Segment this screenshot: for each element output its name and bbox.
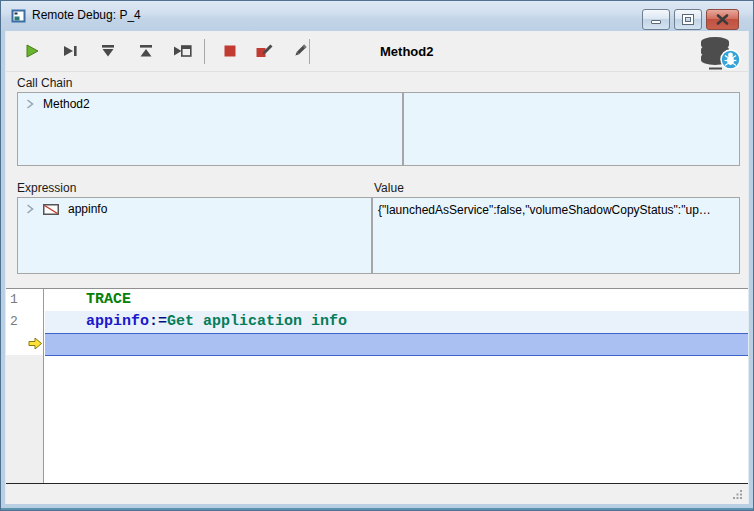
toolbar-separator (309, 39, 310, 64)
debug-toolbar: Method2 (6, 31, 748, 72)
value-list: {"launchedAsService":false,"volumeShadow… (372, 197, 740, 274)
title-bar[interactable]: Remote Debug: P_4 (1, 1, 753, 31)
call-chain-label: Call Chain (17, 76, 72, 90)
line-number: 1 (10, 292, 30, 307)
step-into-button[interactable] (98, 41, 118, 61)
close-icon (716, 14, 729, 25)
stop-icon (221, 42, 239, 60)
window-title: Remote Debug: P_4 (32, 8, 141, 22)
call-chain-method-name: Method2 (43, 97, 90, 111)
step-into-process-button[interactable] (172, 41, 192, 61)
chevron-right-icon (26, 99, 34, 109)
editor-gutter[interactable]: 1 2 (6, 289, 44, 483)
expression-value[interactable]: {"launchedAsService":false,"volumeShadow… (373, 198, 739, 217)
call-chain-list: Method2 (17, 92, 403, 166)
abort-and-edit-button[interactable] (254, 41, 274, 61)
debug-database-icon[interactable] (696, 34, 742, 72)
line-number: 2 (10, 314, 30, 329)
abort-button[interactable] (220, 41, 240, 61)
code-token: appinfo (86, 313, 149, 330)
value-column-label: Value (374, 181, 404, 195)
status-bar (6, 484, 748, 504)
toolbar-separator (204, 39, 205, 64)
step-out-button[interactable] (136, 41, 156, 61)
expression-name: appinfo (68, 202, 107, 216)
chevron-right-icon (26, 204, 34, 214)
restore-icon (683, 15, 693, 24)
code-token: TRACE (86, 291, 131, 308)
minimize-button[interactable] (642, 9, 670, 30)
abort-edit-icon (255, 42, 274, 60)
window-bottom-edge (1, 508, 753, 510)
execution-pointer-icon (28, 337, 43, 350)
play-icon (23, 42, 41, 60)
pencil-icon (291, 42, 309, 60)
minimize-icon (651, 20, 661, 24)
code-line-current[interactable] (45, 333, 748, 356)
expression-row[interactable]: appinfo (18, 198, 371, 220)
call-chain-item[interactable]: Method2 (18, 93, 402, 115)
step-out-icon (137, 42, 155, 60)
app-icon (11, 8, 27, 24)
call-chain-detail-panel (403, 92, 740, 166)
expression-list: appinfo (17, 197, 372, 274)
current-method-label: Method2 (380, 44, 433, 59)
step-into-icon (99, 42, 117, 60)
continue-button[interactable] (22, 41, 42, 61)
code-editor[interactable]: 1 2 TRACE appinfo:=Get application info (6, 289, 748, 483)
expression-column-label: Expression (17, 181, 76, 195)
edit-button[interactable] (290, 41, 310, 61)
step-into-process-icon (173, 42, 192, 60)
code-area: TRACE appinfo:=Get application info (45, 289, 748, 483)
client-area: Method2 (5, 31, 749, 504)
code-line-2[interactable]: appinfo:=Get application info (45, 311, 748, 333)
object-variable-icon (43, 204, 59, 215)
code-token: Get application info (167, 313, 347, 330)
close-button[interactable] (706, 9, 739, 30)
maximize-button[interactable] (674, 9, 702, 30)
code-token: := (149, 313, 167, 330)
remote-debug-window: Remote Debug: P_4 (0, 0, 754, 511)
step-over-icon (61, 42, 79, 60)
step-over-button[interactable] (60, 41, 80, 61)
resize-grip[interactable] (732, 489, 743, 500)
code-line-1[interactable]: TRACE (45, 289, 748, 311)
